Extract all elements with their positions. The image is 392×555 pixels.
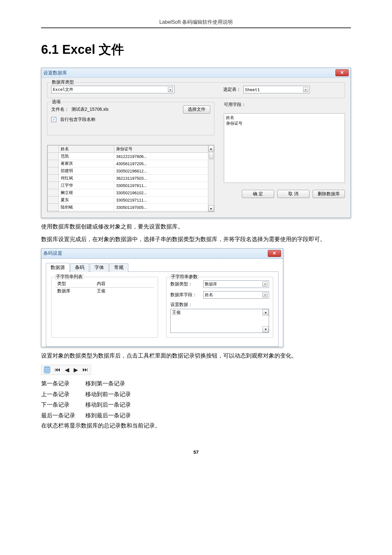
tabstrip: 数据源条码字体常规 <box>46 263 279 272</box>
cell-name: 薛卫东 <box>59 211 114 212</box>
record-desc: 移动到后一条记录 <box>85 401 351 409</box>
record-name: 上一条记录 <box>41 390 85 399</box>
tab-条码[interactable]: 条码 <box>70 263 89 272</box>
scroll-up-icon[interactable]: ▴ <box>262 309 269 315</box>
record-nav-toolbar: ⏮ ◀ ▶ ⏭ <box>41 365 91 375</box>
cell-id: 330501197005... <box>114 204 214 211</box>
scroll-down-icon[interactable]: ▾ <box>208 205 214 212</box>
ok-button[interactable]: 确 定 <box>242 190 274 198</box>
row-header <box>48 153 59 160</box>
setdata-textarea[interactable]: 王俊 ▴ ▾ <box>170 309 269 333</box>
field-item[interactable]: 身份证号 <box>226 121 343 126</box>
available-fields-listbox[interactable]: 姓名 身份证号 <box>224 113 345 183</box>
delete-db-button[interactable]: 删除数据库 <box>313 190 345 198</box>
preview-table: 姓名 身份证号 范凯341222197806...蒋家庆430581197205… <box>47 145 214 212</box>
db-type-group: 数据库类型 Excel文件 ▾ 选定表： Sheet1 ▾ <box>47 82 345 98</box>
close-icon: ✕ <box>273 251 276 256</box>
cell-name: 夏东 <box>59 196 114 204</box>
tab-常规[interactable]: 常规 <box>109 263 128 272</box>
cell-name: 陆剑铭 <box>59 204 114 211</box>
cell-id: 430581197205... <box>114 160 214 167</box>
cell-id: 330502196612... <box>114 167 214 175</box>
row-header <box>48 167 59 175</box>
cell-name: 江宇华 <box>59 182 114 189</box>
next-record-icon[interactable]: ▶ <box>74 366 78 373</box>
datatype-label: 数据类型： <box>170 281 201 287</box>
filename-label: 文件名： <box>51 107 69 112</box>
table-row[interactable]: 陆剑铭330501197005... <box>48 204 214 211</box>
database-settings-dialog: 设置数据库 ✕ 数据库类型 Excel文件 ▾ 选定表： <box>41 68 351 218</box>
record-desc: 移到第一条记录 <box>85 379 351 388</box>
record-name: 最后一条记录 <box>41 411 85 420</box>
preview-table-container: 姓名 身份证号 范凯341222197806...蒋家庆430581197205… <box>47 145 214 212</box>
table-row[interactable]: 蒋家庆430581197205... <box>48 160 214 167</box>
db-type-combobox[interactable]: Excel文件 ▾ <box>51 86 175 93</box>
datatype-combobox[interactable]: 数据库 ▾ <box>203 280 269 288</box>
row-header <box>48 204 59 211</box>
dbfield-value: 姓名 <box>205 292 213 298</box>
first-record-icon[interactable]: ⏮ <box>55 366 60 373</box>
field-item[interactable]: 姓名 <box>226 115 343 121</box>
cell-id: 330501197009... <box>114 211 214 212</box>
page-number: 57 <box>41 449 351 455</box>
select-sheet-combobox[interactable]: Sheet1 ▾ <box>243 86 310 93</box>
col-header-id[interactable]: 身份证号 <box>114 146 214 153</box>
database-icon[interactable] <box>44 366 50 373</box>
setdata-value: 王俊 <box>172 310 181 315</box>
tab-字体[interactable]: 字体 <box>90 263 109 272</box>
record-name: 第一条记录 <box>41 379 85 388</box>
first-row-checkbox[interactable]: ✓ 首行包含字段名称 <box>51 117 210 122</box>
substring-params-group: 子字符串参数 数据类型： 数据库 ▾ 数据库字段： 姓名 ▾ <box>166 277 273 338</box>
cancel-button[interactable]: 取 消 <box>277 190 309 198</box>
cell-name: 何红斌 <box>59 175 114 182</box>
record-desc: 移动到前一条记录 <box>85 390 351 399</box>
table-row[interactable]: 夏东330502197111... <box>48 196 214 204</box>
db-type-legend: 数据库类型 <box>51 79 75 85</box>
doc-header: LabelSoft 条码编辑软件使用说明 <box>41 19 351 28</box>
section-title: 6.1 Excel 文件 <box>41 41 351 58</box>
dbfield-label: 数据库字段： <box>170 292 201 298</box>
cell-id: 341222197806... <box>114 153 214 160</box>
table-row[interactable]: 范凯341222197806... <box>48 153 214 160</box>
record-name: 下一条记录 <box>41 401 85 409</box>
col-header-type: 类型 <box>55 280 95 288</box>
dbfield-combobox[interactable]: 姓名 ▾ <box>203 291 269 299</box>
scroll-up-icon[interactable]: ▴ <box>208 145 214 152</box>
close-button[interactable]: ✕ <box>335 69 349 76</box>
table-row[interactable]: 邵建明330502196612... <box>48 167 214 175</box>
tab-数据源[interactable]: 数据源 <box>46 263 70 272</box>
row-header <box>48 175 59 182</box>
last-record-icon[interactable]: ⏭ <box>83 366 88 373</box>
table-scrollbar[interactable]: ▴ ▾ <box>208 145 214 212</box>
scroll-down-icon[interactable]: ▾ <box>262 326 269 333</box>
first-row-label: 首行包含字段名称 <box>60 117 95 122</box>
table-row[interactable]: 江宇华330501197811... <box>48 182 214 189</box>
row-header <box>48 196 59 204</box>
setdata-label: 设置数据： <box>170 302 269 308</box>
col-header-name[interactable]: 姓名 <box>59 146 114 153</box>
record-desc: 移到最后一条记录 <box>85 411 351 420</box>
cell-id: 330502197111... <box>114 196 214 204</box>
row-header <box>48 182 59 189</box>
browse-file-button[interactable]: 选择文件 <box>183 105 210 114</box>
table-row[interactable]: 阚立根330502196102... <box>48 189 214 196</box>
substring-row[interactable]: 数据库 王俊 <box>55 287 154 295</box>
paragraph: 使用数据库数据创建或修改对象之前，要先设置数据库。 <box>41 222 351 231</box>
table-row[interactable]: 何红斌362131197503... <box>48 175 214 182</box>
close-icon: ✕ <box>340 70 344 75</box>
paragraph: 设置对象的数据类型为数据库后，点击工具栏里面的数据记录切换按钮，可以动态到观察对… <box>41 352 351 360</box>
previous-record-icon[interactable]: ◀ <box>65 366 69 373</box>
table-row[interactable]: 薛卫东330501197009... <box>48 211 214 212</box>
cell-name: 邵建明 <box>59 167 114 175</box>
cell-id: 362131197503... <box>114 175 214 182</box>
scroll-thumb[interactable] <box>209 152 213 159</box>
row-header <box>48 211 59 212</box>
cell-name: 范凯 <box>59 153 114 160</box>
datatype-value: 数据库 <box>205 281 217 287</box>
cell-name: 蒋家庆 <box>59 160 114 167</box>
close-button[interactable]: ✕ <box>268 250 281 257</box>
select-sheet-label: 选定表： <box>223 87 241 92</box>
row-header <box>48 160 59 167</box>
paragraph: 数据库设置完成后，在对象的数据源中，选择子串的数据类型为数据库，并将字段名选择为… <box>41 235 351 244</box>
substring-content: 王俊 <box>95 287 154 295</box>
